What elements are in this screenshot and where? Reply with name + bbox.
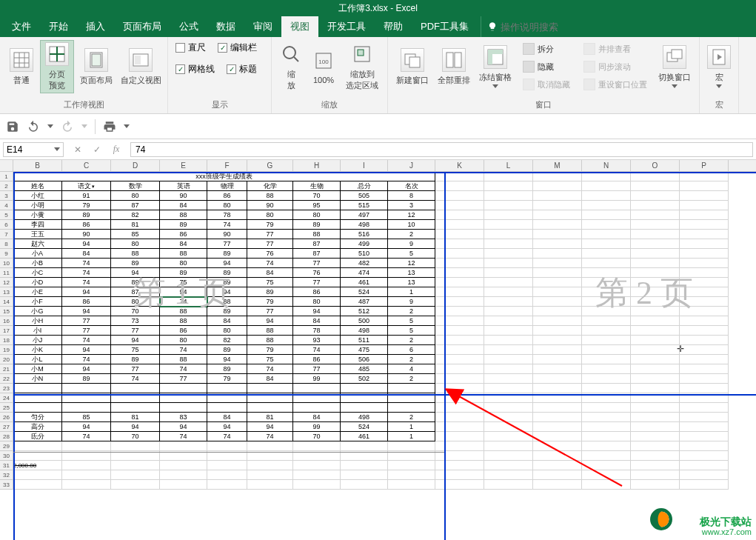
cell[interactable]: 99: [293, 374, 341, 384]
cell[interactable]: 77: [62, 316, 111, 326]
column-header-L[interactable]: L: [484, 160, 533, 171]
headings-checkbox[interactable]: ✓标题: [224, 61, 260, 77]
cell[interactable]: [533, 470, 582, 480]
cell[interactable]: [680, 307, 729, 316]
cell[interactable]: 516: [341, 230, 388, 239]
cell[interactable]: 74: [247, 364, 293, 374]
tab-review[interactable]: 审阅: [244, 16, 281, 37]
row-header-21[interactable]: 21: [0, 364, 13, 374]
cell[interactable]: [582, 316, 631, 326]
cell[interactable]: 83: [160, 413, 207, 422]
cell[interactable]: 89: [160, 268, 207, 278]
cell[interactable]: [388, 384, 435, 393]
cell[interactable]: [533, 316, 582, 326]
row-header-20[interactable]: 20: [0, 355, 13, 364]
cell[interactable]: 74: [160, 345, 207, 355]
cell[interactable]: 510: [341, 249, 388, 259]
cell[interactable]: [631, 345, 680, 355]
cell[interactable]: 80: [111, 239, 160, 249]
cell[interactable]: 506: [341, 355, 388, 364]
table-row[interactable]: 小红9180908688705058: [13, 191, 729, 201]
cell[interactable]: [680, 181, 729, 191]
zoom-selection-button[interactable]: 缩放到 选定区域: [341, 40, 383, 93]
cell[interactable]: [680, 316, 729, 326]
cell[interactable]: [533, 268, 582, 278]
cell[interactable]: [207, 470, 247, 480]
cell[interactable]: 9: [388, 239, 435, 249]
cell[interactable]: 84: [207, 413, 247, 422]
cell[interactable]: [533, 287, 582, 297]
cell[interactable]: 氐分: [13, 432, 62, 441]
resetpos-button[interactable]: 重设窗口位置: [581, 77, 650, 92]
cell[interactable]: [582, 403, 631, 413]
cell[interactable]: [484, 403, 533, 413]
cell[interactable]: 小E: [13, 287, 62, 297]
cell[interactable]: 86: [207, 191, 247, 201]
cell[interactable]: 2: [388, 374, 435, 384]
cell[interactable]: [533, 364, 582, 374]
cell[interactable]: 84: [207, 316, 247, 326]
cell[interactable]: 语文 ▾: [62, 181, 111, 191]
cell[interactable]: [680, 268, 729, 278]
tab-view[interactable]: 视图: [281, 16, 318, 37]
cell[interactable]: 4: [388, 364, 435, 374]
cell[interactable]: 498: [341, 326, 388, 336]
tab-formula[interactable]: 公式: [170, 16, 207, 37]
cell[interactable]: 77: [293, 364, 341, 374]
cell[interactable]: [533, 201, 582, 210]
cell[interactable]: [533, 307, 582, 316]
row-header-26[interactable]: 26: [0, 413, 13, 422]
row-header-3[interactable]: 3: [0, 191, 13, 201]
row-header-13[interactable]: 13: [0, 287, 13, 297]
cell[interactable]: [111, 384, 160, 393]
cell[interactable]: [631, 422, 680, 432]
column-header-F[interactable]: F: [207, 160, 247, 171]
cell[interactable]: [631, 201, 680, 210]
cell[interactable]: [13, 384, 62, 393]
table-row[interactable]: 小F8680748879804879: [13, 297, 729, 307]
row-header-10[interactable]: 10: [0, 259, 13, 268]
cell[interactable]: 小黄: [13, 210, 62, 220]
cell[interactable]: 94: [62, 422, 111, 432]
cell[interactable]: 70: [111, 307, 160, 316]
cell[interactable]: 80: [160, 259, 207, 268]
cell[interactable]: [680, 451, 729, 461]
row-header-22[interactable]: 22: [0, 374, 13, 384]
cell[interactable]: 名次: [388, 181, 435, 191]
cell[interactable]: 80: [247, 210, 293, 220]
cell[interactable]: 84: [293, 413, 341, 422]
cell[interactable]: [533, 432, 582, 441]
cell[interactable]: [680, 432, 729, 441]
cell[interactable]: 小D: [13, 278, 62, 287]
cell[interactable]: [341, 403, 388, 413]
cell[interactable]: [435, 307, 484, 316]
cell[interactable]: 90: [247, 201, 293, 210]
ruler-checkbox[interactable]: 直尺: [173, 40, 209, 56]
cell[interactable]: [484, 432, 533, 441]
cell[interactable]: 74: [160, 364, 207, 374]
cell[interactable]: [631, 470, 680, 480]
row-header-9[interactable]: 9: [0, 249, 13, 259]
cell[interactable]: [582, 287, 631, 297]
cell[interactable]: 小F: [13, 297, 62, 307]
cell[interactable]: 93: [293, 336, 341, 345]
cell[interactable]: [435, 441, 484, 451]
table-row[interactable]: [13, 403, 729, 413]
table-row[interactable]: 小C74948989847647413: [13, 268, 729, 278]
cell[interactable]: [533, 230, 582, 239]
syncscroll-button[interactable]: 同步滚动: [581, 59, 650, 74]
cell[interactable]: 94: [207, 259, 247, 268]
table-row[interactable]: 匀分8581838481844982: [13, 413, 729, 422]
cell[interactable]: 2: [388, 355, 435, 364]
cell[interactable]: [111, 441, 160, 451]
table-row[interactable]: 小L7489889475865062: [13, 355, 729, 364]
cell[interactable]: 9: [388, 297, 435, 307]
cell[interactable]: 84: [247, 268, 293, 278]
cell[interactable]: [435, 384, 484, 393]
row-header-6[interactable]: 6: [0, 220, 13, 230]
cell[interactable]: [484, 374, 533, 384]
cell[interactable]: 89: [207, 345, 247, 355]
row-header-27[interactable]: 27: [0, 422, 13, 432]
tab-layout[interactable]: 页面布局: [114, 16, 170, 37]
cell[interactable]: [582, 249, 631, 259]
